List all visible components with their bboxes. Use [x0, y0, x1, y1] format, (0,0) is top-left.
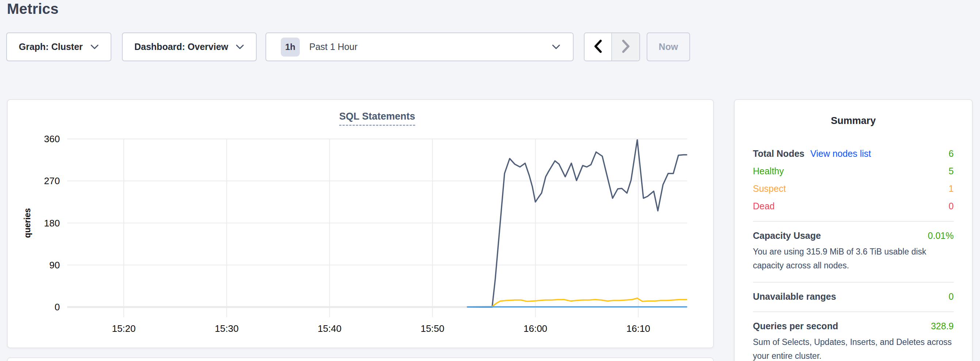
- next-chart-card: [7, 357, 714, 361]
- time-step-buttons: [584, 32, 640, 61]
- divider: [753, 221, 954, 222]
- sql-statements-chart-card: 15:2015:3015:4015:5016:0016:100901802703…: [7, 99, 714, 348]
- graph-dropdown[interactable]: Graph: Cluster: [6, 32, 111, 61]
- metrics-page: Metrics Graph: Cluster Dashboard: Overvi…: [0, 0, 980, 361]
- summary-title: Summary: [753, 115, 954, 127]
- qps-value: 328.9: [931, 321, 954, 331]
- svg-text:16:00: 16:00: [523, 323, 547, 334]
- sql-statements-chart[interactable]: 15:2015:3015:4015:5016:0016:100901802703…: [8, 100, 714, 349]
- suspect-label: Suspect: [753, 184, 786, 194]
- total-nodes-value: 6: [948, 149, 954, 159]
- summary-panel: Summary Total Nodes View nodes list 6 He…: [734, 99, 973, 361]
- qps-label: Queries per second: [753, 321, 838, 331]
- qps-description: Sum of Selects, Updates, Inserts, and De…: [753, 335, 954, 361]
- svg-text:queries: queries: [23, 208, 32, 238]
- chevron-down-icon: [90, 44, 99, 50]
- toolbar: Graph: Cluster Dashboard: Overview 1h Pa…: [0, 32, 980, 61]
- view-nodes-list-link[interactable]: View nodes list: [810, 149, 871, 159]
- unavailable-ranges-value: 0: [948, 291, 954, 302]
- time-back-button[interactable]: [585, 33, 612, 60]
- suspect-nodes-row: Suspect 1: [753, 184, 954, 194]
- svg-text:0: 0: [55, 302, 60, 312]
- unavailable-ranges-section: Unavailable ranges 0: [753, 291, 954, 302]
- divider: [753, 282, 954, 283]
- time-range-label: Past 1 Hour: [309, 41, 358, 52]
- total-nodes-row: Total Nodes View nodes list 6: [753, 149, 954, 159]
- svg-text:180: 180: [44, 218, 60, 229]
- capacity-section: Capacity Usage 0.01% You are using 315.9…: [753, 230, 954, 272]
- unavailable-ranges-label: Unavailable ranges: [753, 291, 836, 302]
- chart-title[interactable]: SQL Statements: [339, 111, 415, 126]
- svg-text:270: 270: [44, 176, 60, 186]
- healthy-value: 5: [948, 166, 954, 176]
- svg-text:15:40: 15:40: [318, 323, 341, 334]
- capacity-row: Capacity Usage 0.01%: [753, 230, 954, 241]
- graph-dropdown-label: Graph: Cluster: [19, 41, 83, 52]
- dashboard-dropdown[interactable]: Dashboard: Overview: [122, 32, 257, 61]
- dead-label: Dead: [753, 201, 775, 212]
- svg-text:15:20: 15:20: [112, 323, 135, 334]
- time-range-selector[interactable]: 1h Past 1 Hour: [266, 32, 574, 61]
- time-forward-button[interactable]: [612, 33, 640, 60]
- chevron-down-icon: [235, 44, 244, 50]
- svg-text:90: 90: [49, 260, 60, 271]
- dead-value: 0: [948, 201, 954, 212]
- healthy-nodes-row: Healthy 5: [753, 166, 954, 176]
- node-status-rows: Total Nodes View nodes list 6 Healthy 5 …: [753, 149, 954, 212]
- chevron-left-icon: [593, 40, 603, 54]
- capacity-description: You are using 315.9 MiB of 3.6 TiB usabl…: [753, 245, 954, 272]
- chevron-right-icon: [621, 40, 631, 54]
- capacity-label: Capacity Usage: [753, 230, 821, 241]
- now-button[interactable]: Now: [647, 32, 690, 61]
- divider: [753, 311, 954, 312]
- time-range-badge: 1h: [281, 38, 300, 57]
- svg-text:16:10: 16:10: [627, 323, 650, 334]
- qps-section: Queries per second 328.9 Sum of Selects,…: [753, 321, 954, 361]
- chevron-down-icon: [552, 44, 560, 50]
- svg-text:15:30: 15:30: [215, 323, 239, 334]
- svg-text:15:50: 15:50: [421, 323, 444, 334]
- svg-text:360: 360: [44, 133, 60, 144]
- page-title: Metrics: [7, 1, 59, 17]
- suspect-value: 1: [948, 184, 954, 194]
- unavailable-ranges-row: Unavailable ranges 0: [753, 291, 954, 302]
- healthy-label: Healthy: [753, 166, 784, 176]
- qps-row: Queries per second 328.9: [753, 321, 954, 331]
- total-nodes-label: Total Nodes: [753, 149, 804, 159]
- dashboard-dropdown-label: Dashboard: Overview: [134, 41, 228, 52]
- capacity-value: 0.01%: [928, 230, 954, 241]
- dead-nodes-row: Dead 0: [753, 201, 954, 212]
- chart-title-row: SQL Statements: [67, 111, 687, 126]
